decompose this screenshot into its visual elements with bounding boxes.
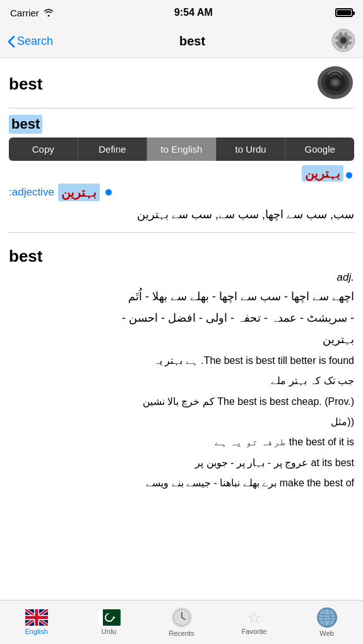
svg-point-11 — [340, 37, 347, 44]
second-word-title: best — [9, 247, 354, 266]
line-3: بہترین — [9, 329, 354, 349]
translation-urdu-top: بہترین — [302, 165, 343, 182]
line-8: the best of it is طرفہ تو یہ ہے — [9, 433, 354, 452]
svg-text:✦: ✦ — [112, 615, 116, 621]
line-5: جب تک کہ بہتر ملے — [9, 372, 354, 390]
define-button[interactable]: Define — [78, 138, 148, 161]
svg-rect-3 — [342, 30, 345, 35]
tab-urdu-label: Urdu — [102, 628, 117, 635]
to-urdu-button[interactable]: to Urdu — [217, 138, 286, 161]
main-word: best — [9, 74, 42, 94]
tab-urdu[interactable]: ✦ Urdu — [73, 609, 145, 635]
wifi-icon — [43, 8, 54, 18]
adjective-label: adjective: — [9, 186, 54, 199]
urdu-text-line: سب, سب سے اچھا, سب سے, سب سے بہترین — [9, 205, 354, 225]
tab-recents-label: Recents — [169, 629, 194, 637]
tab-favorite[interactable]: ☆ Favorite — [218, 609, 290, 635]
adj-marker: adj. — [9, 271, 354, 284]
google-button[interactable]: Google — [285, 138, 354, 161]
context-menu-container: Copy Define to English to Urdu Google — [0, 138, 363, 161]
svg-rect-25 — [25, 616, 48, 619]
clock-icon — [172, 607, 192, 628]
svg-rect-6 — [349, 39, 354, 42]
globe-icon — [317, 607, 337, 628]
back-button[interactable]: Search — [8, 35, 53, 48]
nav-bar: Search best — [0, 25, 363, 58]
tab-english-label: English — [25, 628, 47, 635]
line-10: make the best of برے بھلے نباھنا - جیسے … — [9, 474, 354, 493]
status-time: 9:54 AM — [174, 7, 213, 18]
copy-button[interactable]: Copy — [9, 138, 78, 161]
svg-rect-5 — [334, 39, 338, 42]
line-7: ((مثل — [9, 413, 354, 431]
star-icon: ☆ — [247, 609, 261, 626]
context-menu: Copy Define to English to Urdu Google — [9, 138, 354, 161]
speaker-button[interactable] — [316, 66, 354, 103]
tab-favorite-label: Favorite — [242, 628, 267, 635]
line-9: at its best عروج پر - بہار پر - جوبن پر — [9, 454, 354, 472]
status-bar: Carrier 9:54 AM — [0, 0, 363, 25]
line-4: The best is best till better is found. ہ… — [9, 351, 354, 370]
translation-dot-top — [346, 172, 352, 179]
translation-urdu-selected: بہترین — [58, 184, 100, 201]
selected-word-section: best — [0, 108, 363, 134]
gear-button[interactable] — [331, 28, 355, 55]
translation-section: بہترین بہترین adjective: سب, سب سے اچھا,… — [0, 161, 363, 227]
second-word-header: best — [0, 238, 363, 271]
status-left: Carrier — [10, 8, 54, 18]
carrier-label: Carrier — [10, 8, 39, 18]
battery-icon — [335, 8, 353, 17]
line-6: The best is best cheap. (Prov.) کم خرچ ب… — [9, 392, 354, 411]
divider-2 — [9, 232, 354, 233]
status-right — [333, 8, 353, 17]
selected-word: best — [9, 115, 42, 134]
tab-english[interactable]: English — [0, 609, 73, 635]
line-2: - سریشٹ - عمدہ - تحفہ - اولی - افضل - اح… — [9, 308, 354, 328]
line-1: اچھے سے اچھا - سب سے اچھا - بھلے سے بھلا… — [9, 286, 354, 307]
to-english-button[interactable]: to English — [147, 138, 217, 161]
content-area: best best Copy Define to English to Ur — [0, 58, 363, 600]
translation-dot-bottom — [105, 189, 112, 196]
tab-web-label: Web — [319, 629, 333, 637]
svg-point-16 — [333, 81, 338, 85]
main-content: adj. اچھے سے اچھا - سب سے اچھا - بھلے سے… — [0, 271, 363, 493]
tab-web[interactable]: Web — [290, 607, 363, 637]
word-header: best — [0, 58, 363, 108]
tab-recents[interactable]: Recents — [145, 607, 218, 637]
pakistan-flag: ✦ — [98, 609, 121, 626]
svg-rect-4 — [342, 45, 345, 50]
tab-bar: English ✦ Urdu Recents ☆ Favorite — [0, 600, 363, 644]
nav-title: best — [179, 34, 205, 49]
back-label: Search — [17, 35, 53, 48]
